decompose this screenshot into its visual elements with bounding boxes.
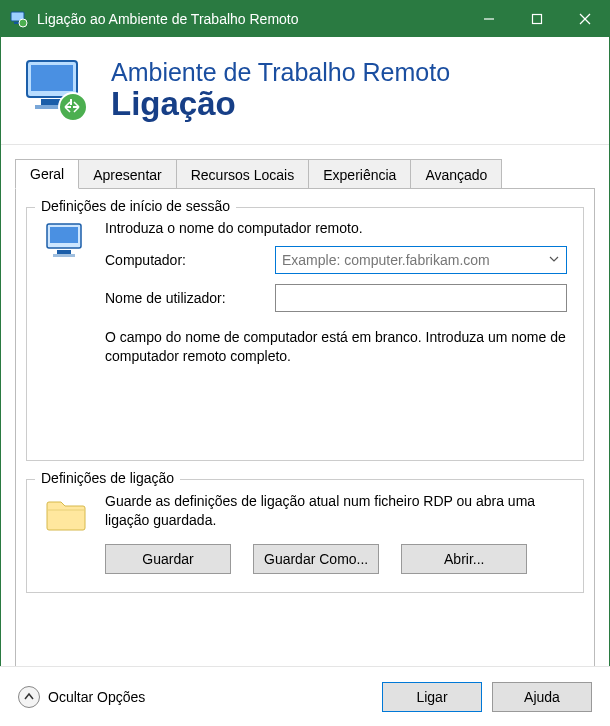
tab-advanced[interactable]: Avançado [410, 159, 502, 189]
svg-rect-15 [53, 254, 75, 257]
save-as-button[interactable]: Guardar Como... [253, 544, 379, 574]
tab-experience[interactable]: Experiência [308, 159, 411, 189]
help-button[interactable]: Ajuda [492, 682, 592, 712]
close-button[interactable] [561, 1, 609, 37]
header-line1: Ambiente de Trabalho Remoto [111, 59, 450, 87]
rdp-small-icon [9, 9, 29, 29]
footer: Ocultar Opções Ligar Ajuda [0, 666, 610, 726]
username-label: Nome de utilizador: [105, 290, 275, 306]
chevron-up-icon [18, 686, 40, 708]
connect-button[interactable]: Ligar [382, 682, 482, 712]
logon-note: O campo do nome de computador está em br… [105, 328, 567, 366]
minimize-button[interactable] [465, 1, 513, 37]
header-title-group: Ambiente de Trabalho Remoto Ligação [111, 59, 450, 123]
header: Ambiente de Trabalho Remoto Ligação [1, 37, 609, 145]
connection-legend: Definições de ligação [35, 470, 180, 486]
hide-options-toggle[interactable]: Ocultar Opções [18, 686, 372, 708]
tabs: Geral Apresentar Recursos Locais Experiê… [15, 159, 595, 189]
connection-text: Guarde as definições de ligação atual nu… [105, 492, 567, 530]
computer-placeholder: Example: computer.fabrikam.com [282, 252, 490, 268]
tab-general[interactable]: Geral [15, 159, 79, 189]
tabpanel-general: Definições de início de sessão Introduza… [15, 188, 595, 668]
computer-icon [43, 220, 105, 272]
username-field[interactable] [275, 284, 567, 312]
svg-point-2 [19, 19, 27, 27]
computer-label: Computador: [105, 252, 275, 268]
tab-local-resources[interactable]: Recursos Locais [176, 159, 310, 189]
tab-display[interactable]: Apresentar [78, 159, 176, 189]
logon-legend: Definições de início de sessão [35, 198, 236, 214]
folder-icon [43, 492, 105, 540]
maximize-button[interactable] [513, 1, 561, 37]
header-line2: Ligação [111, 86, 450, 122]
computer-combobox[interactable]: Example: computer.fabrikam.com [275, 246, 567, 274]
svg-rect-14 [57, 250, 71, 254]
rdp-large-icon [21, 55, 93, 127]
open-button[interactable]: Abrir... [401, 544, 527, 574]
save-button[interactable]: Guardar [105, 544, 231, 574]
svg-rect-8 [31, 65, 73, 91]
hide-options-label: Ocultar Opções [48, 689, 145, 705]
svg-rect-4 [533, 15, 542, 24]
chevron-down-icon [548, 252, 560, 268]
logon-instruction: Introduza o nome do computador remoto. [105, 220, 567, 236]
titlebar: Ligação ao Ambiente de Trabalho Remoto [1, 1, 609, 37]
svg-rect-13 [50, 227, 78, 243]
window-title: Ligação ao Ambiente de Trabalho Remoto [37, 11, 465, 27]
connection-settings-group: Definições de ligação Guarde as definiçõ… [26, 479, 584, 593]
logon-settings-group: Definições de início de sessão Introduza… [26, 207, 584, 461]
